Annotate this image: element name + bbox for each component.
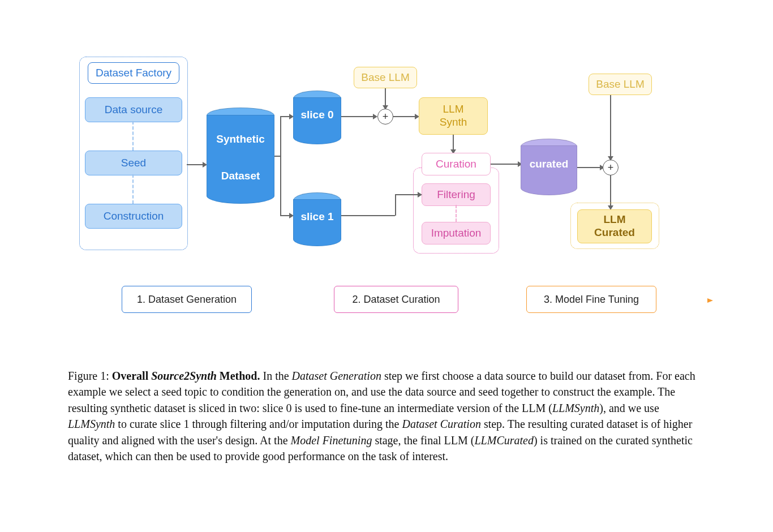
slice0-label: slice 0 [293, 109, 341, 121]
arrow-basellm2-down [610, 95, 611, 157]
arrow-to-slice0 [280, 116, 290, 117]
cylinder-synthetic-dataset: Synthetic Dataset [207, 108, 274, 204]
box-imputation: Imputation [422, 222, 491, 244]
plus-icon-2: + [603, 160, 619, 175]
curation-dash [456, 205, 457, 222]
arrow-factory-to-synthetic [187, 164, 204, 165]
cylinder-slice1: slice 1 [293, 192, 341, 246]
svg-marker-1 [707, 298, 713, 303]
factory-dash-1 [132, 121, 134, 151]
arrow-to-slice1 [280, 215, 290, 216]
stage-3-box: 3. Model Fine Tuning [526, 286, 656, 313]
factory-item-data-source: Data source [85, 97, 182, 122]
box-llm-curated: LLM Curated [577, 209, 652, 243]
dataset-factory-title: Dataset Factory [88, 62, 179, 84]
box-filtering: Filtering [422, 183, 491, 206]
seg-slice1-h [341, 215, 395, 216]
cylinder-curated: curated [521, 139, 577, 195]
synthetic-label-1: Synthetic [207, 133, 274, 145]
slice1-label: slice 1 [293, 211, 341, 223]
arrow-slice0-to-plus [341, 116, 374, 117]
caption-body: In the Dataset Generation step we first … [68, 370, 695, 462]
caption-title-1: Overall [112, 370, 151, 382]
cylinder-slice0: slice 0 [293, 91, 341, 144]
stage-2-box: 2. Dataset Curation [334, 286, 458, 313]
box-base-llm-2: Base LLM [589, 74, 652, 95]
arrow-curation-to-curated [491, 164, 519, 165]
caption-title-italic: Source2Synth [151, 370, 217, 382]
arrow-slice1-to-filtering [395, 194, 419, 195]
seg-slice1-v [395, 194, 396, 216]
caption-figure-label: Figure 1: [68, 370, 112, 382]
seg-syn-out [274, 156, 280, 157]
seg-syn-split [280, 116, 281, 215]
curated-label: curated [521, 158, 577, 170]
synthetic-label-2: Dataset [207, 170, 274, 182]
box-base-llm-1: Base LLM [354, 67, 417, 88]
arrow-plus-to-curated-llm [610, 175, 611, 207]
box-curation: Curation [422, 153, 491, 175]
factory-dash-2 [132, 174, 134, 204]
arrow-basellm1-down [385, 88, 386, 106]
caption-title-3: Method. [217, 370, 260, 382]
arrow-plus-to-synth [393, 116, 416, 117]
plus-icon-1: + [377, 109, 393, 125]
box-llm-synth: LLM Synth [419, 97, 488, 135]
arrow-synth-down [453, 135, 454, 151]
arrow-curated-to-plus [577, 167, 601, 168]
factory-item-seed: Seed [85, 151, 182, 175]
factory-item-construction: Construction [85, 204, 182, 229]
figure-caption: Figure 1: Overall Source2Synth Method. I… [68, 368, 705, 464]
stage-1-box: 1. Dataset Generation [122, 286, 252, 313]
